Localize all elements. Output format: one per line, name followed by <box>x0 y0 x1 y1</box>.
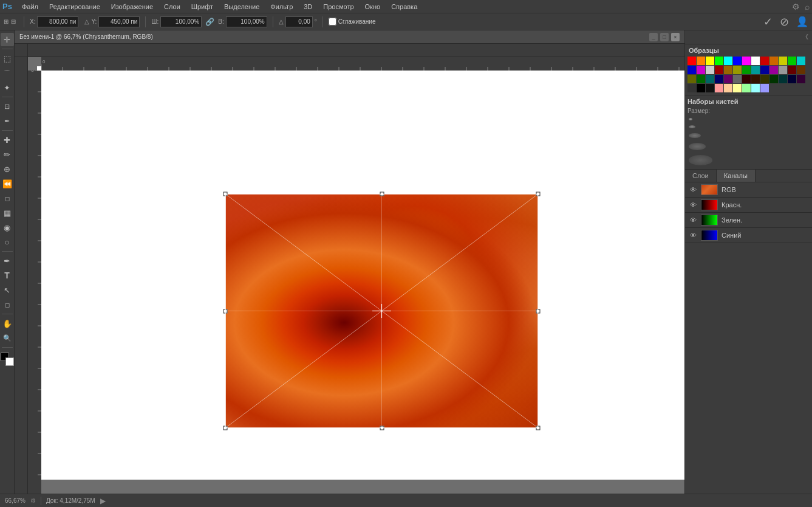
eyedropper-tool[interactable]: ✒ <box>1 114 14 128</box>
brush-tool[interactable]: ✏ <box>1 148 14 161</box>
clone-tool[interactable]: ⊕ <box>1 162 14 176</box>
channel-row-Красн.[interactable]: 👁Красн. <box>685 198 812 213</box>
link-wh-icon[interactable]: 🔗 <box>205 18 214 26</box>
swatch-0000cc[interactable] <box>687 66 696 74</box>
channel-eye-3[interactable]: 👁 <box>689 232 697 239</box>
angle-input[interactable] <box>285 16 313 27</box>
swatch-009900[interactable] <box>742 66 751 74</box>
swatch-cc6600[interactable] <box>769 57 778 65</box>
handle-tc[interactable] <box>380 192 384 196</box>
swatch-99ffff[interactable] <box>751 84 760 92</box>
swatch-ffcc99[interactable] <box>724 84 732 92</box>
tab-channels[interactable]: Каналы <box>717 170 756 182</box>
menu-3d[interactable]: 3D <box>299 2 317 12</box>
brush-item-0[interactable] <box>687 117 810 122</box>
swatch-331100[interactable] <box>751 75 760 83</box>
w-input[interactable] <box>160 16 202 27</box>
swatch-ffff99[interactable] <box>733 84 742 92</box>
menu-window[interactable]: Окно <box>360 2 386 12</box>
h-input[interactable] <box>226 16 267 27</box>
channel-eye-1[interactable]: 👁 <box>689 201 697 209</box>
y-input[interactable] <box>98 16 140 27</box>
dodge-tool[interactable]: ○ <box>1 235 14 249</box>
swatch-00ff00[interactable] <box>715 57 723 65</box>
brush-item-1[interactable] <box>687 124 810 129</box>
lasso-tool[interactable]: ⌒ <box>1 66 14 80</box>
swatch-ffffff[interactable] <box>751 57 760 65</box>
swatch-330000[interactable] <box>742 75 751 83</box>
swatch-000099[interactable] <box>760 66 769 74</box>
swatch-00ffff[interactable] <box>724 57 732 65</box>
swatch-660000[interactable] <box>788 66 796 74</box>
handle-tl[interactable] <box>223 192 228 196</box>
menu-filter[interactable]: Фильтр <box>265 2 298 12</box>
swatch-00cc00[interactable] <box>788 57 796 65</box>
healing-tool[interactable]: ✚ <box>1 133 14 147</box>
zoom-info-btn[interactable]: ⚙ <box>30 497 36 504</box>
doc-close-btn[interactable]: × <box>671 33 680 41</box>
handle-ml[interactable] <box>223 309 228 313</box>
tab-layers[interactable]: Слои <box>685 170 717 182</box>
swatch-999900[interactable] <box>733 66 742 74</box>
brush-item-3[interactable] <box>687 142 810 151</box>
person-icon[interactable]: 👤 <box>796 16 808 27</box>
workspace-icon[interactable]: ⚙ <box>792 2 800 12</box>
swatch-ffff00[interactable] <box>706 57 714 65</box>
menu-help[interactable]: Справка <box>386 2 422 12</box>
zoom-tool[interactable]: 🔍 <box>1 331 14 345</box>
swatch-cccccc[interactable] <box>706 66 714 74</box>
handle-tr[interactable] <box>536 192 541 196</box>
swatch-ff00ff[interactable] <box>742 57 751 65</box>
doc-minimize-btn[interactable]: _ <box>649 33 658 41</box>
swatch-999999[interactable] <box>779 66 787 74</box>
hand-tool[interactable]: ✋ <box>1 317 14 330</box>
color-picker[interactable] <box>1 353 14 366</box>
handle-bl[interactable] <box>223 426 228 430</box>
swatch-111111[interactable] <box>706 84 714 92</box>
swatch-333300[interactable] <box>760 75 769 83</box>
canvas-white[interactable] <box>28 57 684 494</box>
menu-layers[interactable]: Слои <box>159 2 185 12</box>
swatch-990000[interactable] <box>715 66 723 74</box>
doc-maximize-btn[interactable]: □ <box>660 33 669 41</box>
swatch-996600[interactable] <box>724 66 732 74</box>
history-tool[interactable]: ⏪ <box>1 177 14 190</box>
menu-file[interactable]: Файл <box>17 2 43 12</box>
swatch-00cccc[interactable] <box>797 57 805 65</box>
swatch-cc00cc[interactable] <box>697 66 705 74</box>
eraser-tool[interactable]: ◻ <box>1 191 14 205</box>
cancel-transform-icon[interactable]: ⊘ <box>780 15 789 29</box>
menu-font[interactable]: Шрифт <box>186 2 218 12</box>
swatch-000066[interactable] <box>715 75 723 83</box>
channel-eye-2[interactable]: 👁 <box>689 216 697 224</box>
doc-info-arrow[interactable]: ▶ <box>100 497 106 505</box>
path-select-tool[interactable]: ↖ <box>1 283 14 297</box>
x-input[interactable] <box>37 16 78 27</box>
magic-wand-tool[interactable]: ✦ <box>1 81 14 94</box>
marquee-tool[interactable]: ⬚ <box>1 52 14 65</box>
swatch-666666[interactable] <box>733 75 742 83</box>
swatch-000033[interactable] <box>788 75 796 83</box>
swatch-ff9999[interactable] <box>715 84 723 92</box>
menu-edit[interactable]: Редактирование <box>44 2 105 12</box>
brush-item-4[interactable] <box>687 154 810 167</box>
swatch-ff0000[interactable] <box>687 57 696 65</box>
confirm-transform-icon[interactable]: ✓ <box>763 15 773 29</box>
handle-br[interactable] <box>536 426 541 430</box>
channel-eye-0[interactable]: 👁 <box>689 186 697 193</box>
swatch-663300[interactable] <box>797 66 805 74</box>
swatch-333333[interactable] <box>687 84 696 92</box>
move-tool[interactable]: ✛ <box>1 33 14 46</box>
swatch-990099[interactable] <box>769 66 778 74</box>
pen-tool[interactable]: ✒ <box>1 254 14 267</box>
search-icon[interactable]: ⌕ <box>805 2 810 12</box>
shape-tool[interactable]: ◻ <box>1 298 14 311</box>
swatch-660066[interactable] <box>724 75 732 83</box>
swatch-666600[interactable] <box>687 75 696 83</box>
swatch-003300[interactable] <box>769 75 778 83</box>
swatch-000000[interactable] <box>697 84 705 92</box>
gradient-tool[interactable]: ▦ <box>1 206 14 219</box>
swatch-cc0000[interactable] <box>760 57 769 65</box>
brush-item-2[interactable] <box>687 132 810 139</box>
channel-row-RGB[interactable]: 👁RGB <box>685 182 812 198</box>
